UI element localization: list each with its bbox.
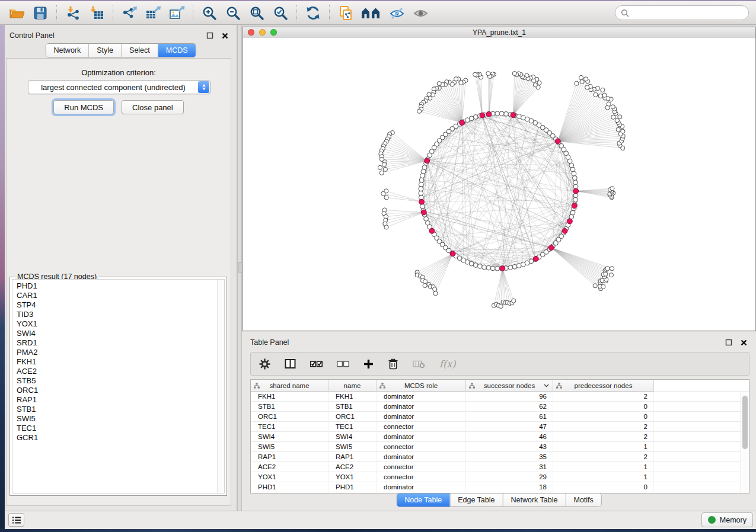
gear-icon[interactable] [259,358,270,370]
table-cell: 0 [553,482,654,492]
close-panel-icon[interactable] [221,31,229,40]
scrollbar-thumb[interactable] [742,396,748,449]
maximize-window-icon[interactable] [270,29,277,36]
table-cell: 96 [466,392,553,401]
tab-select[interactable]: Select [121,44,158,57]
memory-button[interactable]: Memory [701,512,753,527]
mcds-result-item[interactable]: YOX1 [17,319,224,329]
columns-icon[interactable] [285,358,296,369]
status-bar: Memory [5,511,756,529]
network-window-titlebar[interactable]: YPA_prune.txt_1 [243,27,755,39]
show-panels-button[interactable] [8,513,24,527]
search-input[interactable] [629,8,743,18]
zoom-out-icon[interactable] [224,4,242,22]
tab-style[interactable]: Style [88,44,121,57]
table-cell: 1 [553,462,654,472]
table-scrollbar[interactable] [741,392,749,493]
export-table-icon[interactable] [144,4,162,22]
mcds-result-item[interactable]: CAR1 [17,291,224,300]
toolbar-separator [193,5,193,21]
mcds-result-item[interactable]: TID3 [17,310,224,319]
mcds-list-scrollbar[interactable] [217,280,224,493]
delete-row-icon[interactable] [388,358,398,370]
tab-motifs[interactable]: Motifs [565,493,601,507]
close-window-icon[interactable] [248,29,254,36]
criterion-dropdown[interactable]: largest connected component (undirected) [28,80,210,94]
column-header-name[interactable]: name [328,380,377,392]
network-canvas[interactable] [243,38,755,331]
column-header-predecessor-nodes[interactable]: predecessor nodes [553,380,654,392]
mcds-result-item[interactable]: RAP1 [17,395,224,405]
zoom-in-icon[interactable] [200,4,218,22]
table-cell: TEC1 [328,422,377,431]
table-row[interactable]: FKH1FKH1dominator962 [251,392,741,402]
save-session-icon[interactable] [31,4,49,22]
clone-network-icon[interactable] [337,4,355,22]
import-table-icon[interactable] [88,4,106,22]
tab-edge-table[interactable]: Edge Table [449,493,502,507]
run-mcds-button[interactable]: Run MCDS [53,100,114,114]
mcds-result-item[interactable]: PMA2 [17,348,224,357]
tab-mcds[interactable]: MCDS [158,44,196,57]
zoom-selected-icon[interactable] [272,4,289,22]
mcds-result-item[interactable]: FKH1 [17,357,224,367]
panel-splitter-vertical[interactable] [237,25,242,511]
tab-node-table[interactable]: Node Table [397,493,449,507]
mcds-result-item[interactable]: STB1 [17,405,224,414]
mcds-result-item[interactable]: SRD1 [17,338,224,348]
mcds-result-item[interactable]: SWI5 [17,414,224,424]
table-row[interactable]: ACE2ACE2connector311 [251,462,741,472]
table-row[interactable]: TEC1TEC1connector472 [251,422,741,432]
float-panel-icon[interactable] [205,31,214,40]
mcds-result-list[interactable]: PHD1CAR1STP4TID3YOX1SWI4SRD1PMA2FKH1ACE2… [12,279,225,493]
table-row[interactable]: RAP1RAP1dominator352 [251,452,741,462]
close-panel-icon[interactable] [739,338,748,347]
mcds-result-item[interactable]: STB5 [17,376,224,386]
mcds-result-item[interactable]: SWI4 [17,329,224,338]
show-all-icon[interactable] [412,4,429,22]
column-header-shared-name[interactable]: shared name [251,380,328,392]
deselect-all-icon[interactable] [337,360,349,368]
minimize-window-icon[interactable] [259,29,266,36]
select-all-icon[interactable] [310,360,323,368]
table-cell: dominator [377,392,466,401]
mcds-result-item[interactable]: PHD1 [17,281,224,291]
close-panel-button[interactable]: Close panel [122,100,184,114]
tab-network[interactable]: Network [46,44,88,57]
mcds-result-item[interactable]: ORC1 [17,386,224,395]
delete-table-icon[interactable] [413,360,425,368]
mcds-result-item[interactable]: ACE2 [17,367,224,376]
table-cell: 18 [466,482,553,492]
table-row[interactable]: SWI4SWI4dominator462 [251,432,741,442]
column-header-successor-nodes[interactable]: successor nodes [466,380,553,392]
open-file-icon[interactable] [8,4,25,22]
import-network-icon[interactable] [64,4,82,22]
refresh-icon[interactable] [304,4,322,22]
table-row[interactable]: SWI5SWI5connector431 [251,442,741,452]
table-cell: 0 [553,402,654,411]
table-row[interactable]: PHD1PHD1dominator180 [251,482,741,492]
table-cell: connector [377,462,466,472]
export-network-icon[interactable] [120,4,138,22]
add-row-icon[interactable] [363,359,374,369]
search-icon [621,9,629,17]
tab-network-table[interactable]: Network Table [503,493,566,507]
table-cell: connector [377,442,466,451]
export-image-icon[interactable] [168,4,186,22]
hide-selected-icon[interactable] [388,4,406,22]
toolbar-separator [329,5,330,21]
mcds-result-item[interactable]: TEC1 [17,424,224,433]
float-panel-icon[interactable] [724,338,733,347]
optimization-criterion-label: Optimization criterion: [7,68,231,77]
table-row[interactable]: STB1STB1dominator620 [251,402,741,412]
mcds-result-item[interactable]: STP4 [17,300,224,310]
mcds-result-item[interactable]: GCR1 [17,433,224,443]
function-builder-icon[interactable]: f(x) [439,358,455,370]
column-header-MCDS-role[interactable]: MCDS role [377,380,466,392]
table-row[interactable]: ORC1ORC1dominator610 [251,412,741,422]
table-row[interactable]: YOX1YOX1connector291 [251,472,741,482]
search-box[interactable] [615,5,749,20]
first-neighbors-icon[interactable] [361,4,382,22]
column-type-icon [379,383,385,389]
zoom-fit-icon[interactable] [248,4,266,22]
